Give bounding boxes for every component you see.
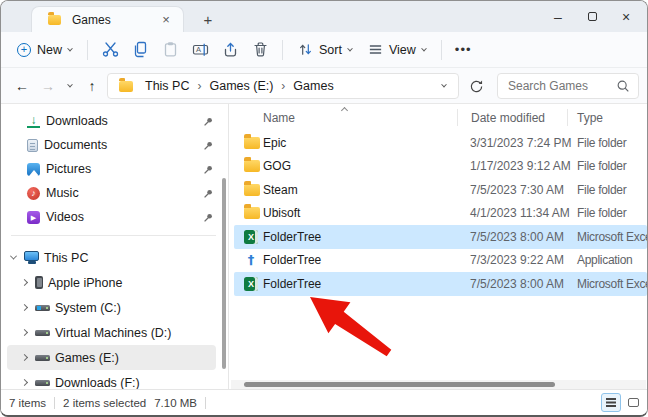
column-header-name[interactable]: Name xyxy=(263,111,295,125)
svg-text:A: A xyxy=(196,45,201,54)
chevron-icon[interactable] xyxy=(10,253,17,260)
cut-icon xyxy=(102,41,119,58)
copy-icon xyxy=(132,41,149,58)
large-icons-view-button[interactable] xyxy=(623,393,643,412)
navigation-pane: ↓ Downloads Documents Pictures ♪ Music ▶… xyxy=(1,104,229,389)
file-type: Microsoft Excel C xyxy=(577,230,647,244)
breadcrumb-games[interactable]: Games xyxy=(291,79,335,93)
chevron-icon[interactable] xyxy=(21,379,28,386)
excel-icon: X xyxy=(244,230,258,244)
sidebar-item-label: Downloads xyxy=(46,114,203,128)
pin-icon xyxy=(203,212,214,223)
sidebar-tree-item-downloads-f-[interactable]: Downloads (F:) xyxy=(1,370,228,389)
pictures-icon xyxy=(27,163,40,176)
refresh-button[interactable] xyxy=(463,73,489,99)
details-view-icon xyxy=(606,398,616,400)
sidebar-item-pictures[interactable]: Pictures xyxy=(1,157,228,181)
window-controls: – × xyxy=(541,1,643,32)
toolbar-divider xyxy=(282,40,283,60)
sidebar-tree-item-this-pc[interactable]: This PC xyxy=(1,245,228,270)
cut-button[interactable] xyxy=(95,36,125,64)
folder-icon xyxy=(244,137,260,149)
file-row[interactable]: X FolderTree 7/5/2023 8:00 AM Microsoft … xyxy=(234,225,647,249)
tab-bar: Games × + – × xyxy=(1,1,647,32)
breadcrumb-games-e[interactable]: Games (E:) xyxy=(207,79,275,93)
chevron-icon[interactable] xyxy=(21,304,28,311)
chevron-icon[interactable] xyxy=(21,354,28,361)
file-row[interactable]: X FolderTree 7/5/2023 8:00 AM Microsoft … xyxy=(234,272,647,296)
sidebar-item-label: Games (E:) xyxy=(55,351,119,365)
address-dropdown-icon[interactable] xyxy=(441,82,447,88)
search-input[interactable] xyxy=(498,79,616,93)
file-date-modified: 7/5/2023 7:30 AM xyxy=(470,183,564,197)
copy-button[interactable] xyxy=(125,36,155,64)
paste-icon xyxy=(162,41,179,58)
close-button[interactable]: × xyxy=(609,1,643,32)
sidebar-item-videos[interactable]: ▶ Videos xyxy=(1,205,228,229)
pin-icon xyxy=(203,188,214,199)
paste-button[interactable] xyxy=(155,36,185,64)
sidebar-tree-item-system-c-[interactable]: System (C:) xyxy=(1,295,228,320)
new-plus-icon: + xyxy=(17,43,31,57)
view-label: View xyxy=(389,43,416,57)
minimize-button[interactable]: – xyxy=(541,1,575,32)
sidebar-item-downloads[interactable]: ↓ Downloads xyxy=(1,109,228,133)
selection-count: 2 items selected xyxy=(55,397,150,409)
file-name: Steam xyxy=(263,183,298,197)
new-tab-button[interactable]: + xyxy=(197,8,219,30)
search-icon xyxy=(616,79,630,93)
toolbar-divider xyxy=(441,40,442,60)
tab-games[interactable]: Games × xyxy=(31,6,184,32)
sidebar-tree-item-games-e-[interactable]: Games (E:) xyxy=(7,345,216,370)
horizontal-scrollbar-thumb[interactable] xyxy=(244,382,555,387)
sidebar-item-music[interactable]: ♪ Music xyxy=(1,181,228,205)
column-divider[interactable] xyxy=(567,109,568,126)
details-view-button[interactable] xyxy=(601,393,621,412)
chevron-icon[interactable] xyxy=(21,329,28,336)
column-header-date-modified[interactable]: Date modified xyxy=(471,111,545,125)
horizontal-scrollbar[interactable] xyxy=(231,380,646,389)
tab-label: Games xyxy=(72,13,157,27)
breadcrumb-bar[interactable]: This PC › Games (E:) › Games xyxy=(107,73,459,99)
file-date-modified: 4/1/2023 11:34 AM xyxy=(470,206,570,220)
file-name: GOG xyxy=(263,159,291,173)
sidebar-scrollbar[interactable] xyxy=(222,178,226,369)
delete-button[interactable] xyxy=(245,36,275,64)
sidebar-tree-item-apple-iphone[interactable]: Apple iPhone xyxy=(1,270,228,295)
sort-icon xyxy=(298,42,313,57)
forward-button[interactable]: → xyxy=(35,73,61,99)
file-row[interactable]: Ubisoft 4/1/2023 11:34 AM File folder xyxy=(234,202,647,226)
sidebar-item-documents[interactable]: Documents xyxy=(1,133,228,157)
file-row[interactable]: Epic 3/31/2023 7:24 PM File folder xyxy=(234,131,647,155)
delete-icon xyxy=(252,41,269,58)
file-type: File folder xyxy=(577,206,626,220)
see-more-button[interactable]: ••• xyxy=(449,42,478,57)
column-header-type[interactable]: Type xyxy=(577,111,603,125)
back-button[interactable]: ← xyxy=(9,73,35,99)
sidebar-tree-item-virtual-machines-d-[interactable]: Virtual Machines (D:) xyxy=(1,320,228,345)
column-divider[interactable] xyxy=(457,109,458,126)
rename-button[interactable]: A xyxy=(185,36,215,64)
recent-locations-button[interactable] xyxy=(61,73,79,99)
sidebar-item-label: System (C:) xyxy=(55,301,121,315)
up-button[interactable]: ↑ xyxy=(79,73,105,99)
file-row[interactable]: Steam 7/5/2023 7:30 AM File folder xyxy=(234,178,647,202)
downloads-icon: ↓ xyxy=(27,115,40,128)
tab-close-icon[interactable]: × xyxy=(157,11,175,29)
maximize-button[interactable] xyxy=(575,1,609,32)
address-bar: ← → ↑ This PC › Games (E:) › Games xyxy=(1,68,647,104)
command-toolbar: + New A Sort View xyxy=(1,32,647,68)
view-button[interactable]: View xyxy=(360,36,434,64)
excel-icon: X xyxy=(244,277,258,291)
sort-button[interactable]: Sort xyxy=(290,36,360,64)
pin-icon xyxy=(203,164,214,175)
drive-tree-list: This PC Apple iPhone System (C:) Virtual… xyxy=(1,245,228,389)
breadcrumb-this-pc[interactable]: This PC xyxy=(143,79,191,93)
file-row[interactable]: GOG 1/17/2023 9:12 AM File folder xyxy=(234,155,647,179)
new-button[interactable]: + New xyxy=(9,36,80,64)
share-button[interactable] xyxy=(215,36,245,64)
chevron-icon[interactable] xyxy=(21,279,28,286)
file-row[interactable]: † FolderTree 7/3/2023 9:22 AM Applicatio… xyxy=(234,249,647,273)
chevron-down-icon xyxy=(67,45,73,51)
sidebar-item-label: Virtual Machines (D:) xyxy=(55,326,171,340)
